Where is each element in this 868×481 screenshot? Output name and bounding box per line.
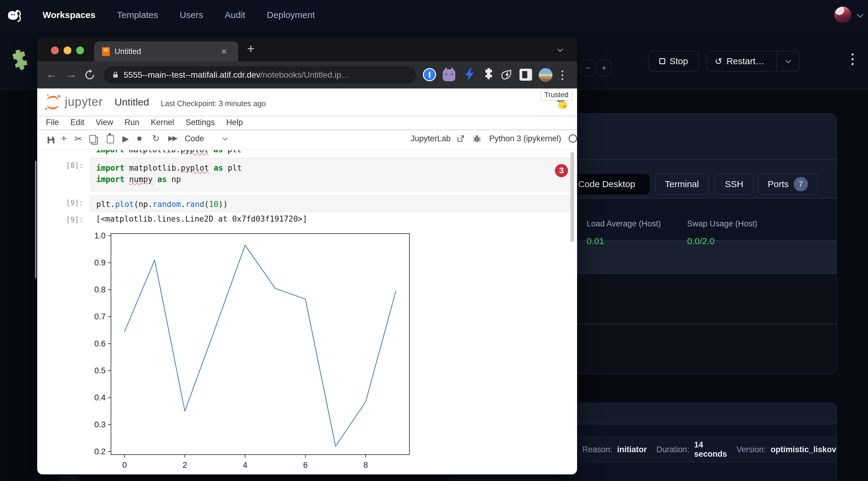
ssh-button[interactable]: SSH [715, 173, 753, 195]
version-value: optimistic_liskov9 [771, 445, 837, 454]
stop-icon [659, 58, 665, 64]
nav-item-audit[interactable]: Audit [225, 10, 245, 20]
svg-text:4: 4 [243, 460, 247, 470]
leaf-extension-icon[interactable] [500, 68, 514, 81]
nav-item-workspaces[interactable]: Workspaces [42, 10, 95, 20]
matplotlib-line-chart: 0.20.30.40.50.60.70.80.91.002468 [37, 89, 574, 474]
window-close-button[interactable] [51, 46, 59, 54]
nav-item-templates[interactable]: Templates [117, 10, 158, 20]
svg-text:0.6: 0.6 [94, 339, 105, 348]
back-button[interactable]: ← [46, 68, 57, 81]
svg-text:1.0: 1.0 [94, 231, 105, 240]
side-panel-icon[interactable] [520, 69, 532, 81]
nav-item-deployment[interactable]: Deployment [267, 10, 315, 20]
extensions-puzzle-icon[interactable] [482, 68, 495, 81]
restart-options-chevron-icon[interactable] [785, 58, 791, 63]
tab-close-icon[interactable]: × [221, 46, 227, 57]
duration-value: 14 seconds [694, 440, 727, 459]
stop-workspace-button[interactable]: Stop [648, 51, 699, 71]
svg-text:0.3: 0.3 [94, 420, 105, 429]
new-tab-button[interactable]: + [247, 42, 255, 56]
svg-text:0.7: 0.7 [94, 312, 105, 321]
svg-text:0.2: 0.2 [94, 447, 105, 456]
profile-avatar[interactable] [539, 68, 553, 82]
window-maximize-button[interactable] [76, 46, 84, 54]
load-average-label: Load Average (Host) [587, 219, 661, 228]
svg-text:0.5: 0.5 [94, 366, 105, 375]
svg-text:0.9: 0.9 [94, 258, 105, 267]
split-divider [777, 51, 777, 71]
lock-icon [112, 71, 119, 79]
ports-button[interactable]: Ports 7 [758, 173, 817, 195]
background-window-edge [35, 161, 36, 278]
svg-text:8: 8 [364, 460, 368, 470]
swap-usage-value: 0.0/2.0 [687, 236, 715, 246]
password-manager-extension-icon[interactable] [423, 68, 436, 81]
forward-button[interactable]: → [66, 68, 77, 81]
reason-value: initiator [617, 445, 647, 454]
svg-text:0.8: 0.8 [94, 285, 105, 294]
github-extension-icon[interactable] [443, 69, 455, 81]
svg-text:0: 0 [122, 460, 127, 470]
notebook-favicon [102, 47, 110, 56]
screen: Workspaces Templates Users Audit Deploym… [0, 0, 868, 481]
lightning-extension-icon[interactable] [463, 68, 476, 81]
version-label: Version: [737, 445, 766, 454]
coder-logo-icon[interactable] [5, 7, 22, 23]
restart-workspace-button[interactable]: ↺ Restart… [707, 51, 800, 71]
load-average-value: 0.01 [587, 236, 604, 246]
user-avatar[interactable] [834, 7, 851, 23]
chevron-down-icon[interactable] [857, 11, 864, 18]
browser-window: Untitled × + ← → 5555--main--test--matif… [37, 37, 577, 474]
jupyter-notebook: jupyter Untitled Last Checkpoint: 3 minu… [37, 89, 577, 474]
url-host: 5555--main--test--matifali.atif.cdr.dev [124, 70, 260, 80]
reload-button[interactable] [84, 69, 95, 81]
svg-text:0.4: 0.4 [94, 393, 105, 402]
swap-usage-label: Swap Usage (Host) [687, 219, 757, 228]
window-minimize-button[interactable] [64, 46, 71, 54]
svg-text:6: 6 [303, 460, 308, 470]
decrease-time-button[interactable]: − [581, 60, 595, 76]
browser-menu-kebab-icon[interactable] [561, 70, 563, 80]
browser-tab-strip: Untitled × + [37, 37, 577, 62]
duration-label: Duration: [656, 445, 689, 454]
tab-title: Untitled [115, 47, 141, 56]
browser-tab[interactable]: Untitled × [94, 41, 238, 62]
restart-icon: ↺ [715, 56, 722, 67]
reason-label: Reason: [582, 445, 613, 454]
background-bump [59, 475, 80, 481]
svg-text:2: 2 [183, 460, 187, 470]
nav-item-users[interactable]: Users [180, 10, 203, 20]
increase-time-button[interactable]: + [597, 60, 611, 76]
top-nav: Workspaces Templates Users Audit Deploym… [0, 0, 868, 30]
terminal-button[interactable]: Terminal [655, 173, 709, 195]
ports-count-badge: 7 [794, 177, 808, 191]
address-bar[interactable]: 5555--main--test--matifali.atif.cdr.dev/… [104, 66, 416, 84]
url-path: /notebooks/Untitled.ip… [260, 70, 349, 80]
workspace-menu-kebab-icon[interactable] [851, 53, 854, 65]
tab-search-chevron-icon[interactable] [557, 46, 563, 52]
